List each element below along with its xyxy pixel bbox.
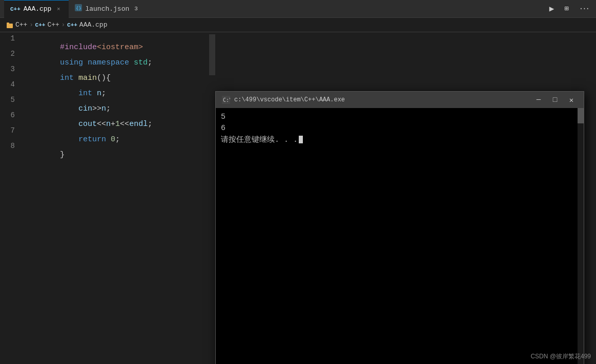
terminal-scrollbar-thumb[interactable] [578, 108, 584, 123]
title-bar-actions [546, 3, 592, 15]
terminal-output-text-2: 6 [221, 124, 225, 133]
tab-aaa-cpp[interactable]: C++ AAA.cpp × [4, 0, 69, 18]
line-number-6: 6 [0, 111, 23, 119]
breadcrumb-sep-2: › [61, 22, 65, 29]
terminal-output-text-3: 请按任意键继续. . . [221, 135, 298, 144]
line-number-3: 3 [0, 65, 23, 73]
svg-rect-3 [7, 23, 9, 24]
line-number-8: 8 [0, 142, 23, 150]
tab-launch-json[interactable]: {} launch.json 3 [69, 0, 143, 18]
terminal-output-line-3: 请按任意键继续. . . [221, 134, 579, 145]
code-line-6: 6 cout<<n+1<<endl; [0, 111, 215, 126]
run-button[interactable] [546, 3, 558, 15]
breadcrumb-item-cpp2[interactable]: C++ [47, 21, 59, 29]
code-line-7: 7 return 0; [0, 126, 215, 142]
code-line-1: 1 #include<iostream> [0, 34, 215, 50]
folder-icon [6, 22, 13, 29]
terminal-app-icon: C:\ [222, 96, 230, 104]
tab-cpp-icon: C++ [10, 6, 20, 12]
terminal-scrollbar[interactable] [578, 108, 584, 364]
tab-badge-launch-json: 3 [134, 6, 138, 12]
code-line-2: 2 using namespace std; [0, 50, 215, 65]
line-number-7: 7 [0, 126, 23, 135]
split-editor-button[interactable] [561, 3, 571, 14]
terminal-maximize-button[interactable]: □ [549, 94, 561, 106]
terminal-window[interactable]: C:\ c:\499\vscode\item\C++\AAA.exe ─ □ ✕… [215, 91, 584, 364]
tab-json-icon: {} [75, 4, 82, 13]
breadcrumb: C++ › C++ C++ › C++ AAA.cpp [0, 18, 596, 32]
terminal-output-line-1: 5 [221, 111, 579, 122]
terminal-body[interactable]: 5 6 请按任意键继续. . . [216, 108, 584, 364]
terminal-minimize-button[interactable]: ─ [532, 94, 545, 106]
svg-text:C:\: C:\ [223, 97, 230, 103]
code-pane[interactable]: 1 #include<iostream> 2 using namespace s… [0, 32, 215, 364]
tab-label-launch-json: launch.json [85, 5, 129, 13]
minimap [209, 34, 215, 75]
breadcrumb-cpp-icon: C++ [35, 22, 46, 28]
line-content-8: } [23, 142, 65, 168]
breadcrumb-item-filename[interactable]: AAA.cpp [79, 21, 108, 29]
title-bar: C++ AAA.cpp × {} launch.json 3 [0, 0, 596, 18]
editor-area: 1 #include<iostream> 2 using namespace s… [0, 32, 596, 364]
line-number-4: 4 [0, 80, 23, 89]
svg-text:{}: {} [76, 6, 81, 11]
terminal-output-text-1: 5 [221, 113, 225, 121]
line-number-2: 2 [0, 50, 23, 58]
tab-close-aaa-cpp[interactable]: × [54, 5, 63, 13]
terminal-output-line-2: 6 [221, 122, 579, 134]
more-actions-button[interactable] [576, 3, 592, 14]
terminal-close-button[interactable]: ✕ [565, 94, 578, 106]
breadcrumb-item-cpp1[interactable]: C++ [15, 21, 27, 29]
breadcrumb-file-icon: C++ [67, 22, 77, 28]
terminal-cursor [299, 136, 303, 143]
terminal-title-bar: C:\ c:\499\vscode\item\C++\AAA.exe ─ □ ✕ [216, 92, 584, 108]
code-line-5: 5 cin>>n; [0, 96, 215, 111]
line-number-1: 1 [0, 34, 23, 42]
line-number-5: 5 [0, 96, 23, 104]
terminal-title-text: c:\499\vscode\item\C++\AAA.exe [234, 96, 528, 103]
watermark: CSDN @彼岸繁花499 [530, 352, 591, 361]
svg-rect-2 [7, 24, 13, 28]
code-line-3: 3 int main(){ [0, 65, 215, 80]
breadcrumb-sep-1: › [29, 22, 33, 29]
tab-label-aaa-cpp: AAA.cpp [24, 5, 52, 13]
